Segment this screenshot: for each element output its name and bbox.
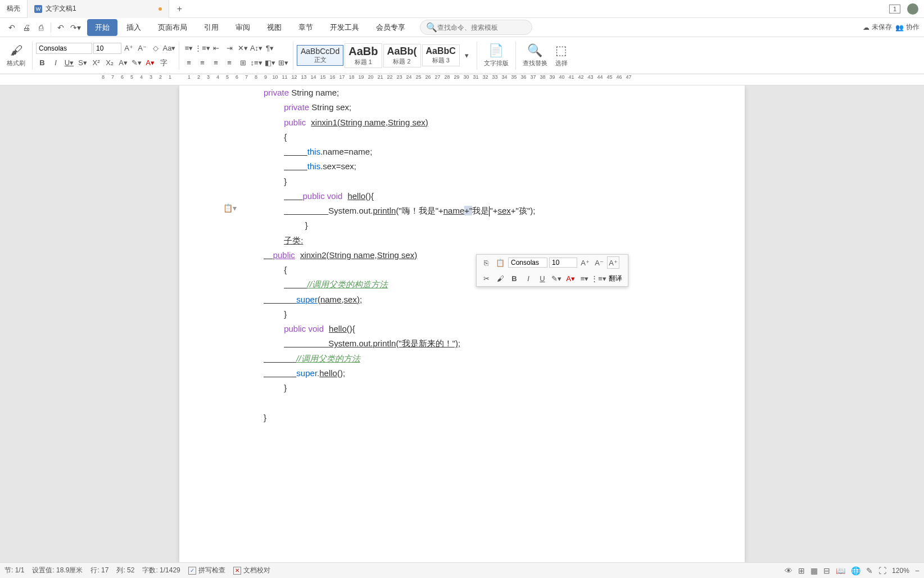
paste-icon[interactable]: 📋 bbox=[494, 256, 506, 269]
show-marks-button[interactable]: ¶▾ bbox=[264, 42, 276, 55]
sort-button[interactable]: ✕▾ bbox=[237, 42, 249, 55]
brush-icon[interactable]: 🖌 bbox=[494, 272, 506, 285]
mini-font-color-button[interactable]: A▾ bbox=[564, 272, 577, 285]
find-replace-button[interactable]: 🔍 查找替换 bbox=[519, 42, 551, 69]
zoom-level[interactable]: 120% bbox=[892, 567, 909, 575]
font-name-select[interactable] bbox=[36, 43, 92, 54]
doccheck-toggle[interactable]: ✕ 文档校对 bbox=[233, 566, 270, 575]
paste-options-icon[interactable]: 📋▾ bbox=[223, 204, 237, 213]
eye-icon[interactable]: 👁 bbox=[785, 566, 792, 575]
status-row[interactable]: 行: 17 bbox=[90, 566, 108, 575]
decrease-indent-button[interactable]: ⇤ bbox=[210, 42, 222, 55]
mini-translate-button[interactable]: 翻译 bbox=[606, 273, 624, 285]
zoom-out-button[interactable]: − bbox=[915, 566, 920, 575]
page-layout-icon[interactable]: ▦ bbox=[810, 566, 818, 575]
tab-devtools[interactable]: 开发工具 bbox=[322, 19, 367, 36]
mini-font-size[interactable] bbox=[549, 258, 577, 268]
style-normal[interactable]: AaBbCcDd 正文 bbox=[297, 45, 343, 66]
align-center-button[interactable]: ≡ bbox=[196, 57, 209, 69]
subscript-button[interactable]: X₂ bbox=[103, 57, 116, 69]
collab-button[interactable]: 👥 协作 bbox=[895, 22, 920, 32]
shading-button[interactable]: ◧▾ bbox=[264, 57, 276, 69]
increase-indent-button[interactable]: ⇥ bbox=[223, 42, 235, 55]
borders-button[interactable]: ⊞▾ bbox=[277, 57, 289, 69]
distribute-button[interactable]: ⊞ bbox=[237, 57, 249, 69]
spellcheck-toggle[interactable]: ✓ 拼写检查 bbox=[188, 566, 225, 575]
window-number[interactable]: 1 bbox=[889, 4, 900, 13]
format-painter-button[interactable]: 🖌 格式刷 bbox=[3, 42, 29, 69]
align-justify-button[interactable]: ≡ bbox=[223, 57, 235, 69]
mini-highlight-button[interactable]: ✎▾ bbox=[550, 272, 563, 285]
status-col[interactable]: 列: 52 bbox=[116, 566, 134, 575]
outline-icon[interactable]: ⊟ bbox=[823, 566, 830, 575]
status-wordcount[interactable]: 字数: 1/1429 bbox=[142, 566, 180, 575]
tab-template[interactable]: 稿壳 bbox=[0, 0, 28, 18]
mini-align-button[interactable]: ≡▾ bbox=[578, 272, 591, 285]
mini-underline-button[interactable]: U bbox=[536, 272, 549, 285]
shrink-font-icon[interactable]: A⁻ bbox=[136, 42, 148, 55]
bullets-button[interactable]: ≡▾ bbox=[183, 42, 195, 55]
undo2-icon[interactable]: ↶ bbox=[55, 21, 67, 34]
status-setvalue[interactable]: 设置值: 18.9厘米 bbox=[32, 566, 83, 575]
mini-shrink-font-icon[interactable]: A⁻ bbox=[593, 256, 605, 269]
tab-view[interactable]: 视图 bbox=[259, 19, 289, 36]
new-tab-button[interactable]: + bbox=[169, 4, 190, 14]
search-input[interactable] bbox=[437, 24, 526, 31]
user-avatar[interactable] bbox=[907, 3, 918, 15]
pen-icon[interactable]: ✎ bbox=[866, 566, 873, 575]
tab-document[interactable]: W 文字文稿1 bbox=[28, 0, 169, 18]
style-heading1[interactable]: AaBb 标题 1 bbox=[345, 43, 382, 68]
tab-section[interactable]: 章节 bbox=[291, 19, 321, 36]
mini-font-name[interactable] bbox=[508, 258, 547, 268]
mini-bullets-button[interactable]: ⋮≡▾ bbox=[592, 272, 605, 285]
tab-insert[interactable]: 插入 bbox=[119, 19, 149, 36]
strike-button[interactable]: S▾ bbox=[76, 57, 89, 69]
tab-layout[interactable]: 页面布局 bbox=[150, 19, 195, 36]
cut-icon[interactable]: ✂ bbox=[480, 272, 492, 285]
select-button[interactable]: ⬚ 选择 bbox=[552, 42, 571, 69]
text-direction-button[interactable]: A↕▾ bbox=[250, 42, 262, 55]
reading-icon[interactable]: 📖 bbox=[836, 566, 845, 575]
redo-icon[interactable]: ↷▾ bbox=[69, 21, 81, 34]
phonetic-button[interactable]: 字 bbox=[157, 57, 170, 69]
mini-bold-button[interactable]: B bbox=[508, 272, 520, 285]
undo-icon[interactable]: ↶ bbox=[6, 21, 18, 34]
underline-button[interactable]: U▾ bbox=[63, 57, 75, 69]
tab-reference[interactable]: 引用 bbox=[196, 19, 227, 36]
print-preview-icon[interactable]: ⎙ bbox=[35, 21, 47, 34]
numbering-button[interactable]: ⋮≡▾ bbox=[196, 42, 209, 55]
highlight-button[interactable]: ✎▾ bbox=[130, 57, 143, 69]
styles-more-button[interactable]: ▾ bbox=[461, 49, 473, 62]
align-right-button[interactable]: ≡ bbox=[210, 57, 222, 69]
text-layout-button[interactable]: 📄 文字排版 bbox=[481, 42, 512, 69]
font-size-select[interactable] bbox=[93, 43, 121, 54]
status-section[interactable]: 节: 1/1 bbox=[4, 566, 24, 575]
search-box[interactable]: 🔍 bbox=[420, 20, 532, 35]
unsaved-indicator[interactable]: ☁ 未保存 bbox=[863, 22, 892, 32]
grid-icon[interactable]: ⊞ bbox=[798, 566, 805, 575]
fit-icon[interactable]: ⛶ bbox=[878, 566, 886, 575]
style-heading3[interactable]: AaBbC 标题 3 bbox=[422, 44, 460, 66]
grow-font-icon[interactable]: A⁺ bbox=[123, 42, 135, 55]
superscript-button[interactable]: X² bbox=[90, 57, 102, 69]
print-icon[interactable]: 🖨 bbox=[20, 21, 33, 34]
bold-button[interactable]: B bbox=[36, 57, 48, 69]
change-case-icon[interactable]: Aa▾ bbox=[163, 42, 175, 55]
page[interactable]: 📋▾ private String name; private String s… bbox=[179, 85, 745, 562]
tab-member[interactable]: 会员专享 bbox=[368, 19, 413, 36]
style-heading2[interactable]: AaBb( 标题 2 bbox=[383, 44, 421, 67]
tab-start[interactable]: 开始 bbox=[87, 19, 117, 36]
align-left-button[interactable]: ≡ bbox=[183, 57, 195, 69]
mini-format-icon[interactable]: A⁺ bbox=[607, 256, 619, 269]
italic-button[interactable]: I bbox=[49, 57, 62, 69]
font-effects-button[interactable]: A▾ bbox=[117, 57, 129, 69]
web-icon[interactable]: 🌐 bbox=[851, 566, 860, 575]
copy-icon[interactable]: ⎘ bbox=[480, 256, 492, 269]
font-color-button[interactable]: A▾ bbox=[144, 57, 156, 69]
clear-format-icon[interactable]: ◇ bbox=[150, 42, 162, 55]
mini-italic-button[interactable]: I bbox=[522, 272, 535, 285]
ruler[interactable]: 8765432112345678910111213141516171819202… bbox=[0, 74, 924, 85]
mini-grow-font-icon[interactable]: A⁺ bbox=[579, 256, 591, 269]
tab-review[interactable]: 审阅 bbox=[228, 19, 258, 36]
line-spacing-button[interactable]: ↕≡▾ bbox=[250, 57, 262, 69]
